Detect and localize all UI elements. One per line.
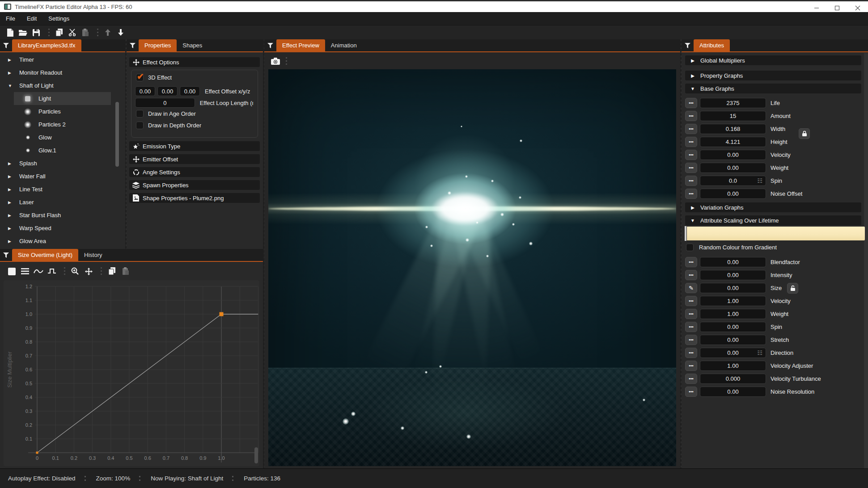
funnel-icon[interactable] bbox=[0, 39, 12, 51]
attributes-scrollbar[interactable] bbox=[864, 53, 868, 468]
variation-graphs-header[interactable]: ▶ Variation Graphs bbox=[685, 202, 861, 212]
graph-options-button[interactable] bbox=[685, 348, 697, 358]
tree-expand-arrow[interactable]: ▶ bbox=[8, 58, 15, 62]
graph-options-button[interactable] bbox=[685, 296, 697, 306]
menu-button[interactable] bbox=[19, 265, 31, 277]
tree-item[interactable]: ▶ Star Burst Flash bbox=[0, 209, 125, 222]
graph-options-button[interactable] bbox=[685, 309, 697, 319]
graph-options-button[interactable] bbox=[685, 335, 697, 345]
draw-age-order-checkbox[interactable] bbox=[136, 110, 144, 118]
graph-options-button[interactable] bbox=[685, 322, 697, 332]
paste-graph-button-disabled[interactable] bbox=[119, 265, 131, 277]
menu-item[interactable]: File bbox=[6, 15, 15, 22]
attribute-value-input[interactable]: 0.00 ☷︎ bbox=[700, 189, 766, 199]
attribute-value-input[interactable]: 1.00 ☷︎ bbox=[700, 309, 766, 319]
attribute-value-input[interactable]: 1.00 ☷︎ bbox=[700, 296, 766, 306]
effect-loop-length-input[interactable]: 0 bbox=[135, 98, 195, 108]
effect-preview-viewport[interactable] bbox=[268, 69, 676, 466]
camera-snapshot-button[interactable] bbox=[270, 56, 281, 67]
graph-options-button[interactable] bbox=[685, 137, 697, 147]
tab-library[interactable]: LibraryExamples3d.tfx bbox=[12, 39, 81, 51]
tree-expand-arrow[interactable]: ▶ bbox=[8, 226, 15, 231]
tree-item[interactable]: Glow bbox=[0, 131, 125, 144]
graph-options-button[interactable] bbox=[685, 189, 697, 199]
tree-item[interactable]: ▶ Glow Area bbox=[0, 235, 125, 248]
shape-properties-header[interactable]: Shape Properties - Plume2.png bbox=[129, 193, 260, 203]
colour-gradient-bar[interactable] bbox=[684, 227, 865, 240]
graph-options-button[interactable] bbox=[685, 283, 697, 293]
tree-item[interactable]: ▶ Laser bbox=[0, 196, 125, 209]
graph-scrollbar[interactable] bbox=[254, 447, 258, 463]
tree-expand-arrow[interactable]: ▶ bbox=[8, 161, 15, 166]
open-folder-button[interactable] bbox=[18, 27, 29, 38]
draw-depth-order-checkbox[interactable] bbox=[136, 122, 144, 129]
attribute-value-input[interactable]: 0.00 ☷︎ bbox=[700, 322, 766, 332]
tab-size-overtime[interactable]: Size Overtime (Light) bbox=[12, 249, 78, 261]
attribute-value-input[interactable]: 0.168 ☷︎ bbox=[700, 124, 766, 134]
effect-offset-z-input[interactable]: 0.00 bbox=[180, 86, 200, 96]
attribute-value-input[interactable]: 0.00 ☷︎ bbox=[700, 283, 766, 293]
tree-item[interactable]: Particles 2 bbox=[0, 118, 125, 131]
zoom-in-button[interactable] bbox=[69, 265, 81, 277]
menu-item[interactable]: Settings bbox=[48, 15, 69, 22]
tree-expand-arrow[interactable]: ▼ bbox=[8, 84, 15, 88]
tree-item[interactable]: Light bbox=[0, 92, 125, 105]
funnel-icon[interactable] bbox=[127, 39, 139, 51]
funnel-icon[interactable] bbox=[0, 249, 12, 261]
size-overtime-chart[interactable]: 00.10.20.30.40.50.60.70.80.91.00.10.20.3… bbox=[4, 280, 259, 466]
width-height-lock-icon[interactable] bbox=[799, 128, 810, 139]
graph-options-button[interactable] bbox=[685, 111, 697, 121]
paste-button-disabled[interactable] bbox=[80, 27, 90, 38]
attribute-value-input[interactable]: 2375 ☷︎ bbox=[700, 98, 766, 108]
graph-options-button[interactable] bbox=[685, 163, 697, 173]
global-multipliers-header[interactable]: ▶ Global Multipliers bbox=[685, 55, 861, 65]
spawn-properties-header[interactable]: Spawn Properties bbox=[129, 180, 260, 190]
solid-square-button[interactable] bbox=[6, 265, 17, 277]
tree-item[interactable]: ▶ Water Fall bbox=[0, 170, 125, 183]
tree-item[interactable]: ▶ Warp Speed bbox=[0, 222, 125, 235]
effect-offset-x-input[interactable]: 0.00 bbox=[135, 86, 155, 96]
tree-expand-arrow[interactable]: ▶ bbox=[8, 71, 15, 75]
graph-options-button[interactable] bbox=[685, 374, 697, 384]
graph-options-button[interactable] bbox=[685, 176, 697, 186]
copy-graph-button[interactable] bbox=[106, 265, 118, 277]
funnel-icon[interactable] bbox=[264, 39, 276, 51]
tree-item[interactable]: Glow.1 bbox=[0, 144, 125, 157]
pan-button[interactable] bbox=[83, 265, 94, 277]
tree-expand-arrow[interactable]: ▶ bbox=[8, 174, 15, 179]
graph-options-button[interactable] bbox=[685, 257, 697, 267]
attribute-value-input[interactable]: 0.00 ☷︎ bbox=[700, 387, 766, 397]
tab-history[interactable]: History bbox=[78, 249, 108, 261]
attribute-value-input[interactable]: 0.00 ☷︎ bbox=[700, 348, 766, 358]
tree-expand-arrow[interactable]: ▶ bbox=[8, 213, 15, 218]
graph-options-button[interactable] bbox=[685, 270, 697, 280]
emitter-offset-header[interactable]: Emitter Offset bbox=[129, 154, 260, 164]
effect-options-header[interactable]: Effect Options bbox=[129, 57, 260, 67]
graph-options-button[interactable] bbox=[685, 387, 697, 397]
copy-button[interactable] bbox=[54, 27, 64, 38]
tree-item[interactable]: Particles bbox=[0, 105, 125, 118]
tab-animation[interactable]: Animation bbox=[325, 39, 363, 51]
tree-item[interactable]: ▼ Shaft of Light bbox=[0, 79, 125, 92]
random-colour-checkbox[interactable] bbox=[686, 244, 694, 251]
attribute-value-input[interactable]: 1.00 ☷︎ bbox=[700, 361, 766, 371]
funnel-icon[interactable] bbox=[682, 39, 694, 51]
graph-options-button[interactable] bbox=[685, 361, 697, 371]
attribute-value-input[interactable]: 0.00 ☷︎ bbox=[700, 163, 766, 173]
attribute-value-input[interactable]: 15 ☷︎ bbox=[700, 111, 766, 121]
property-graphs-header[interactable]: ▶ Property Graphs bbox=[685, 71, 861, 80]
move-up-button-disabled[interactable] bbox=[102, 27, 113, 38]
graph-options-button[interactable] bbox=[685, 150, 697, 160]
effect-offset-y-input[interactable]: 0.00 bbox=[157, 86, 178, 96]
tab-properties[interactable]: Properties bbox=[139, 39, 177, 51]
gradient-caret[interactable] bbox=[684, 226, 687, 241]
tree-item[interactable]: ▶ Line Test bbox=[0, 183, 125, 196]
attribute-value-input[interactable]: 0.00 ☷︎ bbox=[700, 270, 766, 280]
cut-button[interactable] bbox=[67, 27, 77, 38]
tree-item[interactable]: ▶ Splash bbox=[0, 157, 125, 170]
tab-effect-preview[interactable]: Effect Preview bbox=[276, 39, 325, 51]
new-file-button[interactable] bbox=[5, 27, 16, 38]
graph-options-button[interactable] bbox=[685, 124, 697, 134]
tree-item[interactable]: ▶ Timer bbox=[0, 53, 125, 66]
graph-options-button[interactable] bbox=[685, 98, 697, 108]
